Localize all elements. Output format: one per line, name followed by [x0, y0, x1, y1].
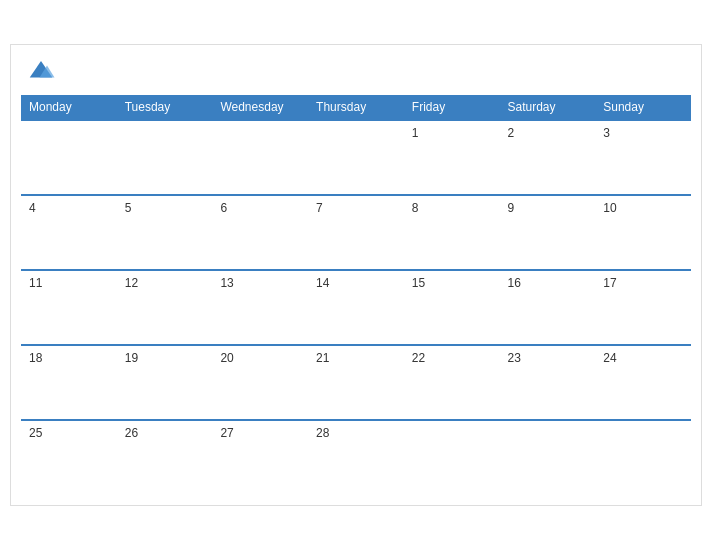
day-cell [308, 120, 404, 195]
day-cell [21, 120, 117, 195]
week-row-5: 25262728 [21, 420, 691, 495]
day-number: 15 [412, 276, 425, 290]
day-number: 10 [603, 201, 616, 215]
day-number: 11 [29, 276, 42, 290]
day-number: 14 [316, 276, 329, 290]
calendar-header [21, 55, 691, 85]
day-number: 26 [125, 426, 138, 440]
day-cell: 26 [117, 420, 213, 495]
day-cell: 28 [308, 420, 404, 495]
day-cell: 18 [21, 345, 117, 420]
week-row-3: 11121314151617 [21, 270, 691, 345]
day-cell: 17 [595, 270, 691, 345]
calendar-container: Monday Tuesday Wednesday Thursday Friday… [10, 44, 702, 506]
day-cell: 10 [595, 195, 691, 270]
header-tuesday: Tuesday [117, 95, 213, 120]
week-row-2: 45678910 [21, 195, 691, 270]
day-cell: 12 [117, 270, 213, 345]
day-cell: 21 [308, 345, 404, 420]
day-number: 19 [125, 351, 138, 365]
day-cell: 13 [212, 270, 308, 345]
header-thursday: Thursday [308, 95, 404, 120]
day-cell: 3 [595, 120, 691, 195]
day-number: 17 [603, 276, 616, 290]
day-number: 4 [29, 201, 36, 215]
day-number: 23 [508, 351, 521, 365]
day-number: 13 [220, 276, 233, 290]
day-cell: 27 [212, 420, 308, 495]
day-cell: 14 [308, 270, 404, 345]
day-cell: 2 [500, 120, 596, 195]
day-cell [595, 420, 691, 495]
day-cell [117, 120, 213, 195]
day-cell: 22 [404, 345, 500, 420]
day-number: 12 [125, 276, 138, 290]
logo-icon [26, 55, 56, 85]
day-number: 3 [603, 126, 610, 140]
day-cell: 24 [595, 345, 691, 420]
day-number: 7 [316, 201, 323, 215]
day-number: 25 [29, 426, 42, 440]
calendar-grid: Monday Tuesday Wednesday Thursday Friday… [21, 95, 691, 495]
header-sunday: Sunday [595, 95, 691, 120]
day-number: 27 [220, 426, 233, 440]
day-cell: 23 [500, 345, 596, 420]
logo [26, 55, 59, 85]
day-number: 24 [603, 351, 616, 365]
week-row-4: 18192021222324 [21, 345, 691, 420]
day-cell: 11 [21, 270, 117, 345]
weekday-header-row: Monday Tuesday Wednesday Thursday Friday… [21, 95, 691, 120]
day-cell: 15 [404, 270, 500, 345]
day-cell [212, 120, 308, 195]
day-cell: 19 [117, 345, 213, 420]
day-cell: 6 [212, 195, 308, 270]
day-number: 22 [412, 351, 425, 365]
header-friday: Friday [404, 95, 500, 120]
day-number: 28 [316, 426, 329, 440]
day-cell: 16 [500, 270, 596, 345]
day-cell [500, 420, 596, 495]
day-cell: 8 [404, 195, 500, 270]
day-cell: 5 [117, 195, 213, 270]
header-wednesday: Wednesday [212, 95, 308, 120]
week-row-1: 123 [21, 120, 691, 195]
day-number: 6 [220, 201, 227, 215]
header-monday: Monday [21, 95, 117, 120]
day-number: 9 [508, 201, 515, 215]
day-number: 18 [29, 351, 42, 365]
header-saturday: Saturday [500, 95, 596, 120]
day-cell [404, 420, 500, 495]
day-number: 20 [220, 351, 233, 365]
day-cell: 20 [212, 345, 308, 420]
day-number: 8 [412, 201, 419, 215]
day-number: 2 [508, 126, 515, 140]
day-number: 16 [508, 276, 521, 290]
day-cell: 25 [21, 420, 117, 495]
day-number: 1 [412, 126, 419, 140]
day-number: 21 [316, 351, 329, 365]
day-number: 5 [125, 201, 132, 215]
day-cell: 9 [500, 195, 596, 270]
day-cell: 7 [308, 195, 404, 270]
day-cell: 1 [404, 120, 500, 195]
day-cell: 4 [21, 195, 117, 270]
